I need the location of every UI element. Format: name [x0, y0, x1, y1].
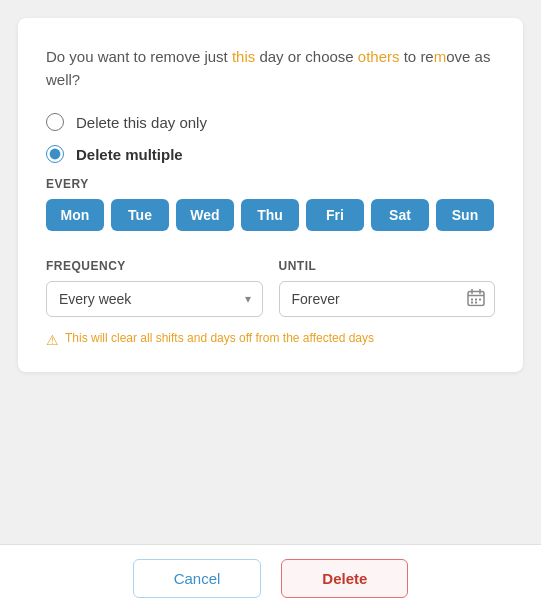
- until-input-wrapper: [279, 281, 496, 317]
- day-sun[interactable]: Sun: [436, 199, 494, 231]
- days-row: Mon Tue Wed Thu Fri Sat Sun: [46, 199, 495, 231]
- warning-row: ⚠ This will clear all shifts and days of…: [46, 331, 495, 348]
- footer-bar: Cancel Delete: [0, 544, 541, 612]
- every-label: EVERY: [46, 177, 495, 191]
- option-delete-multiple[interactable]: Delete multiple: [46, 145, 495, 163]
- frequency-group: FREQUENCY Every week Every 2 weeks Every…: [46, 249, 263, 317]
- delete-button[interactable]: Delete: [281, 559, 408, 598]
- day-wed[interactable]: Wed: [176, 199, 234, 231]
- day-tue[interactable]: Tue: [111, 199, 169, 231]
- cancel-button[interactable]: Cancel: [133, 559, 262, 598]
- option-single-label: Delete this day only: [76, 114, 207, 131]
- warning-text: This will clear all shifts and days off …: [65, 331, 374, 345]
- until-group: UNTIL: [279, 249, 496, 317]
- radio-delete-single[interactable]: [46, 113, 64, 131]
- day-fri[interactable]: Fri: [306, 199, 364, 231]
- warning-icon: ⚠: [46, 332, 59, 348]
- day-sat[interactable]: Sat: [371, 199, 429, 231]
- question-text: Do you want to remove just this day or c…: [46, 46, 495, 91]
- modal-dialog: Do you want to remove just this day or c…: [18, 18, 523, 372]
- until-input[interactable]: [279, 281, 496, 317]
- frequency-select-wrapper: Every week Every 2 weeks Every month ▾: [46, 281, 263, 317]
- frequency-until-row: FREQUENCY Every week Every 2 weeks Every…: [46, 249, 495, 317]
- option-delete-single[interactable]: Delete this day only: [46, 113, 495, 131]
- until-label: UNTIL: [279, 259, 496, 273]
- day-thu[interactable]: Thu: [241, 199, 299, 231]
- day-mon[interactable]: Mon: [46, 199, 104, 231]
- radio-delete-multiple[interactable]: [46, 145, 64, 163]
- option-multiple-label: Delete multiple: [76, 146, 183, 163]
- frequency-label: FREQUENCY: [46, 259, 263, 273]
- frequency-select[interactable]: Every week Every 2 weeks Every month: [46, 281, 263, 317]
